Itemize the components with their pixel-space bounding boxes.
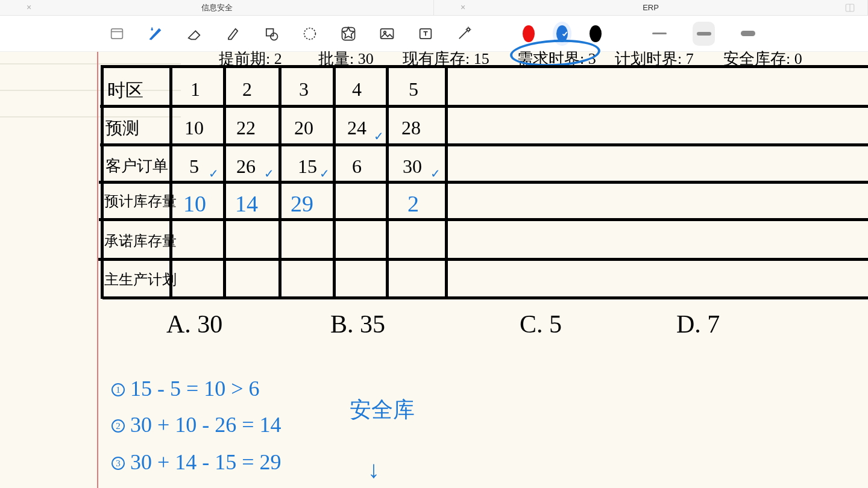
option-c: C. 5	[520, 310, 562, 339]
margin-line	[97, 52, 98, 488]
row-label-pab: 预计库存量	[104, 192, 177, 211]
note-canvas[interactable]: 提前期: 2 批量: 30 现有库存: 15 需求时界: 3 计划时界: 7 安…	[0, 52, 868, 488]
cell: 14	[235, 190, 258, 217]
row-label-orders: 客户订单	[105, 155, 168, 177]
cell: 10	[184, 117, 204, 139]
split-view-icon[interactable]	[844, 2, 855, 13]
line-thin[interactable]	[648, 22, 671, 46]
shape-tool-icon[interactable]	[263, 23, 280, 44]
row-label-atp: 承诺库存量	[104, 231, 177, 251]
readonly-mode-icon[interactable]	[108, 23, 125, 44]
option-a: A. 30	[166, 310, 222, 339]
checkmark: ✓	[319, 166, 330, 181]
work-line3: 30 + 14 - 15 = 29	[130, 449, 281, 475]
work-note: 安全库	[350, 395, 415, 425]
color-black[interactable]	[590, 25, 602, 42]
close-icon[interactable]: ×	[458, 2, 468, 12]
step-num-1: 1	[112, 383, 125, 396]
cell: 15	[298, 155, 317, 178]
cell: 2	[407, 190, 419, 217]
cell: 10	[183, 190, 206, 217]
cell: 22	[236, 117, 256, 139]
cell: 30	[403, 155, 422, 178]
step-num-2: 2	[112, 419, 125, 433]
highlighter-tool-icon[interactable]	[224, 23, 241, 44]
checkmark: ✓	[430, 166, 441, 181]
checkmark: ✓	[374, 129, 384, 143]
cell: 26	[236, 155, 256, 178]
checkmark: ✓	[264, 166, 274, 181]
cell: 3	[299, 78, 309, 101]
tab-label: 信息安全	[201, 2, 233, 13]
toolbar	[0, 16, 868, 52]
sticker-tool-icon[interactable]	[340, 23, 357, 44]
svg-point-11	[467, 28, 470, 31]
close-icon[interactable]: ×	[24, 2, 34, 12]
eraser-tool-icon[interactable]	[186, 23, 203, 44]
color-red[interactable]	[523, 25, 535, 42]
row-label-forecast: 预测	[105, 117, 139, 140]
work-line1: 15 - 5 = 10 > 6	[130, 376, 260, 401]
svg-rect-7	[342, 27, 355, 40]
tab-bar: × 信息安全 × ERP	[0, 0, 868, 16]
row-label-mps: 主生产计划	[104, 270, 177, 289]
cell: 20	[294, 117, 313, 139]
svg-rect-8	[381, 28, 394, 38]
tab-label: ERP	[643, 3, 659, 12]
svg-rect-2	[112, 28, 123, 38]
svg-point-5	[271, 33, 278, 40]
cell: 24	[347, 117, 366, 139]
row-label-period: 时区	[107, 78, 143, 103]
option-b: B. 35	[330, 310, 385, 339]
arrow-down-icon: ↓	[368, 455, 380, 484]
cell: 29	[291, 190, 313, 217]
checkmark: ✓	[209, 166, 219, 181]
line-thick[interactable]	[737, 22, 760, 46]
line-medium[interactable]	[693, 22, 715, 46]
cell: 28	[401, 117, 421, 139]
lasso-tool-icon[interactable]	[301, 23, 318, 44]
cell: 1	[190, 78, 200, 101]
option-d: D. 7	[676, 310, 720, 339]
cell: 2	[242, 78, 252, 101]
svg-point-6	[304, 28, 316, 39]
magic-tool-icon[interactable]	[456, 23, 473, 44]
cell: 6	[352, 155, 362, 178]
tab-info-security[interactable]: × 信息安全	[0, 0, 434, 15]
pen-tool-icon[interactable]	[147, 23, 164, 44]
svg-rect-4	[266, 28, 274, 36]
tab-erp[interactable]: × ERP	[434, 0, 868, 15]
cell: 5	[409, 78, 418, 101]
work-line2: 30 + 10 - 26 = 14	[130, 412, 281, 437]
text-tool-icon[interactable]	[417, 23, 434, 44]
cell: 4	[352, 78, 362, 101]
image-tool-icon[interactable]	[379, 23, 395, 44]
step-num-3: 3	[112, 457, 125, 470]
cell: 5	[189, 155, 199, 178]
